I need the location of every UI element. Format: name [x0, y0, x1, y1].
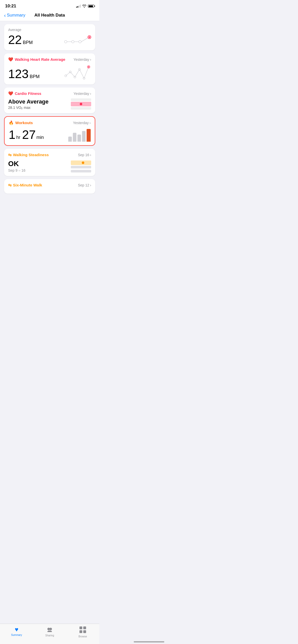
- range-gray-bar-2: [71, 170, 91, 172]
- back-chevron-icon: ‹: [4, 13, 6, 18]
- svg-line-5: [81, 38, 88, 42]
- steadiness-range-chart: [71, 160, 91, 172]
- six-minute-walk-title-row: ⇆ Six-Minute Walk: [8, 183, 42, 187]
- status-bar: 10:21: [0, 0, 99, 11]
- wifi-icon: [82, 5, 86, 8]
- arrows2-icon: ⇆: [8, 183, 11, 187]
- walking-heart-rate-card[interactable]: ❤️ Walking Heart Rate Average Yesterday …: [4, 53, 95, 84]
- heart-icon: ❤️: [8, 57, 13, 62]
- workouts-title-row: 🔥 Workouts: [9, 120, 33, 125]
- cardio-fitness-date-row: Yesterday ›: [74, 92, 91, 96]
- walking-heart-rate-value: 123: [8, 67, 29, 81]
- workouts-value-row: 1 hr 27 min: [9, 128, 44, 142]
- cardio-fitness-sub: 28.1 VO₂ max: [8, 106, 49, 110]
- six-minute-walk-date-row: Sep 12 ›: [78, 183, 91, 187]
- average-value-row: 22 BPM: [8, 33, 33, 47]
- status-time: 10:21: [5, 4, 16, 9]
- nav-header: ‹ Summary All Health Data: [0, 11, 99, 21]
- range-bar-top: [71, 98, 91, 101]
- average-chart: [63, 34, 91, 47]
- range-bar-bottom: [71, 107, 91, 110]
- cardio-fitness-date: Yesterday: [74, 92, 89, 96]
- six-minute-walk-title: Six-Minute Walk: [13, 183, 42, 187]
- walking-steadiness-card[interactable]: ⇆ Walking Steadiness Sep 16 › OK Sep 9 –…: [4, 149, 95, 176]
- fire-icon: 🔥: [9, 120, 14, 125]
- bar-5: [87, 129, 91, 142]
- arrows-icon: ⇆: [8, 152, 11, 157]
- workouts-date-row: Yesterday ›: [73, 121, 91, 125]
- average-label: Average: [8, 28, 33, 32]
- walking-steadiness-date-row: Sep 16 ›: [78, 153, 91, 157]
- workouts-hours-unit: hr: [16, 135, 20, 140]
- back-button[interactable]: ‹ Summary: [4, 13, 25, 18]
- chevron-right5-icon: ›: [90, 183, 91, 187]
- workouts-hours: 1: [9, 128, 16, 142]
- range-gray-bar-1: [71, 166, 91, 168]
- cardio-fitness-value: Above Average: [8, 98, 49, 105]
- workouts-bar-chart: [68, 128, 91, 142]
- range-dot: [80, 103, 82, 105]
- chevron-right3-icon: ›: [89, 121, 91, 125]
- cardio-fitness-header: ❤️ Cardio Fitness Yesterday ›: [8, 91, 91, 96]
- workouts-title: Workouts: [15, 121, 33, 125]
- cardio-fitness-title: Cardio Fitness: [15, 91, 41, 96]
- svg-point-0: [64, 40, 67, 43]
- average-heart-rate-card[interactable]: Average 22 BPM: [4, 24, 95, 50]
- six-minute-walk-header: ⇆ Six-Minute Walk Sep 12 ›: [8, 183, 91, 187]
- cardio-fitness-title-row: ❤️ Cardio Fitness: [8, 91, 41, 96]
- cardio-fitness-content: Above Average 28.1 VO₂ max: [8, 98, 91, 110]
- svg-point-14: [88, 66, 89, 68]
- cardio-fitness-card[interactable]: ❤️ Cardio Fitness Yesterday › Above Aver…: [4, 87, 95, 113]
- walking-heart-rate-date-row: Yesterday ›: [74, 57, 91, 62]
- walking-steadiness-value: OK: [8, 160, 25, 168]
- cardio-range-chart: [71, 98, 91, 110]
- walking-heart-rate-unit: BPM: [30, 74, 40, 79]
- walking-heart-rate-header: ❤️ Walking Heart Rate Average Yesterday …: [8, 57, 91, 62]
- signal-icon: [76, 5, 81, 8]
- workouts-card[interactable]: 🔥 Workouts Yesterday › 1 hr 27 min: [4, 116, 95, 146]
- bar-2: [73, 133, 76, 142]
- workouts-minutes-unit: min: [36, 135, 44, 140]
- average-value: 22: [8, 33, 22, 47]
- walking-heart-rate-title-row: ❤️ Walking Heart Rate Average: [8, 57, 65, 62]
- range-orange-bar: [71, 160, 91, 165]
- walking-heart-rate-date: Yesterday: [74, 57, 89, 62]
- walking-heart-rate-chart: [63, 64, 91, 81]
- range-orange-dot: [82, 162, 84, 164]
- svg-point-7: [89, 36, 90, 38]
- six-minute-walk-date: Sep 12: [78, 183, 89, 187]
- scroll-content: Average 22 BPM ❤️ W: [0, 21, 99, 216]
- svg-point-1: [72, 40, 74, 43]
- workouts-date: Yesterday: [73, 121, 89, 125]
- svg-point-2: [79, 40, 81, 43]
- range-bar-mid: [71, 102, 91, 106]
- chevron-right-icon: ›: [90, 57, 91, 62]
- six-minute-walk-card[interactable]: ⇆ Six-Minute Walk Sep 12 ›: [4, 179, 95, 194]
- back-label: Summary: [7, 13, 25, 18]
- battery-icon: [88, 5, 94, 8]
- workouts-content: 1 hr 27 min: [9, 128, 91, 142]
- heart2-icon: ❤️: [8, 91, 13, 96]
- walking-steadiness-title: Walking Steadiness: [13, 153, 49, 157]
- bar-1: [68, 137, 72, 142]
- bar-4: [82, 131, 86, 142]
- chevron-right2-icon: ›: [90, 92, 91, 96]
- walking-heart-rate-title: Walking Heart Rate Average: [15, 57, 65, 62]
- status-icons: [76, 5, 94, 8]
- chevron-right4-icon: ›: [90, 153, 91, 157]
- walking-steadiness-sub: Sep 9 – 16: [8, 168, 25, 172]
- walking-steadiness-header: ⇆ Walking Steadiness Sep 16 ›: [8, 152, 91, 157]
- walking-steadiness-date: Sep 16: [78, 153, 89, 157]
- walking-heart-rate-value-row: 123 BPM: [8, 67, 40, 81]
- walking-heart-rate-content: 123 BPM: [8, 64, 91, 81]
- workouts-minutes: 27: [22, 128, 36, 142]
- walking-steadiness-content: OK Sep 9 – 16: [8, 160, 91, 172]
- average-unit: BPM: [23, 40, 33, 45]
- workouts-header: 🔥 Workouts Yesterday ›: [9, 120, 91, 125]
- page-title: All Health Data: [34, 13, 65, 18]
- walking-steadiness-title-row: ⇆ Walking Steadiness: [8, 152, 49, 157]
- bar-3: [77, 135, 81, 142]
